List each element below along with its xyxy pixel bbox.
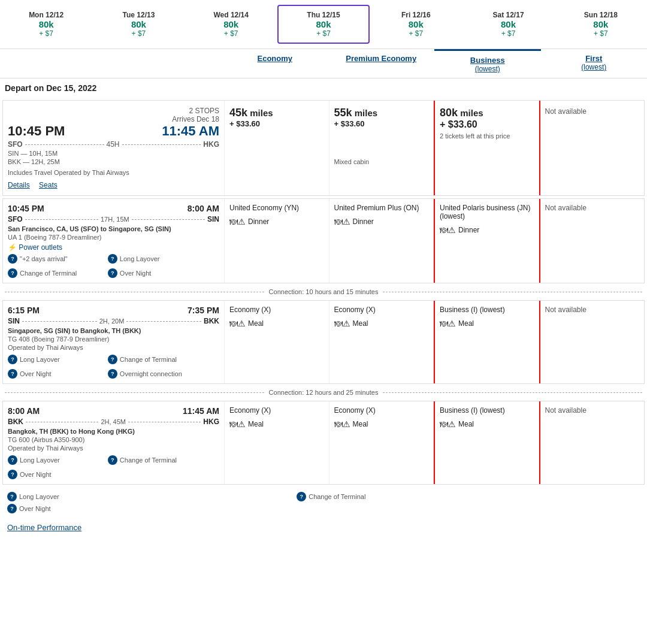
seg3-business-meal: Meal xyxy=(458,420,474,428)
after-badges-row1: ? Long Layover ? Change of Terminal xyxy=(7,492,640,501)
badge-terminal-change: ? Change of Terminal xyxy=(8,268,103,278)
seg2-operated: Operated by Thai Airways xyxy=(8,344,219,351)
seg1-business-fare-label: United Polaris business (JN) (lowest) xyxy=(440,204,534,220)
seg3-route-label: Bangkok, TH (BKK) to Hong Kong (HKG) xyxy=(8,428,219,435)
seg2-business-meal: Meal xyxy=(458,319,474,328)
seg2-duration: 2H, 20M xyxy=(99,318,125,325)
segment-1-row: 10:45 PM 8:00 AM SFO 17H, 15M SIN San Fr… xyxy=(3,199,644,283)
flight-info-header-spacer xyxy=(0,49,222,78)
seg1-business-meal-row: 🍽⚠ Dinner xyxy=(440,225,534,235)
main-layover2: BKK — 12H, 25M xyxy=(8,158,219,165)
first-link[interactable]: First xyxy=(585,54,602,63)
economy-header[interactable]: Economy xyxy=(222,49,328,78)
on-time-row: On-time Performance xyxy=(0,518,647,537)
seg3-badge-1: ? Change of Terminal xyxy=(108,455,203,465)
seg2-badges: ? Long Layover ? Change of Terminal ? Ov… xyxy=(8,355,219,379)
seg1-economy-fare-label: United Economy (YN) xyxy=(229,204,324,212)
seg3-arrive-time: 11:45 AM xyxy=(183,406,219,416)
meal-icon-seg1-eco: 🍽⚠ xyxy=(229,217,246,226)
seg3-operated: Operated by Thai Airways xyxy=(8,445,219,452)
premium-header[interactable]: Premium Economy xyxy=(328,49,435,78)
badge-icon-overnight: ? xyxy=(108,268,117,278)
main-economy-fare[interactable]: 45k miles + $33.60 xyxy=(225,101,329,195)
seg1-premium-meal: Dinner xyxy=(353,217,374,226)
seg3-flight: TG 600 (Airbus A350-900) xyxy=(8,436,219,443)
business-header[interactable]: Business (lowest) xyxy=(434,49,541,78)
segment-1-card: 10:45 PM 8:00 AM SFO 17H, 15M SIN San Fr… xyxy=(2,198,645,283)
first-not-available: Not available xyxy=(545,107,586,116)
first-header[interactable]: First (lowest) xyxy=(541,49,648,78)
seats-link[interactable]: Seats xyxy=(39,181,58,189)
economy-miles-value: 45k xyxy=(229,107,247,119)
main-duration: 45H xyxy=(107,140,120,149)
economy-link[interactable]: Economy xyxy=(257,54,292,63)
date-cell-Tue12/13[interactable]: Tue 12/1380k+ $7 xyxy=(92,5,185,44)
seg2-time-row: 6:15 PM 7:35 PM xyxy=(8,306,219,315)
arrives-info: Arrives Dec 18 xyxy=(8,115,219,123)
seg3-economy-meal-row: 🍽⚠ Meal xyxy=(229,419,324,429)
meal-icon-seg2-prem: 🍽⚠ xyxy=(334,319,350,328)
seg3-premium-meal-row: 🍽⚠ Meal xyxy=(334,419,429,429)
seg2-badge-icon-1: ? xyxy=(108,355,117,364)
main-destination: HKG xyxy=(203,140,219,149)
seg3-economy-meal: Meal xyxy=(248,420,264,428)
seg1-duration: 17H, 15M xyxy=(101,216,129,223)
conn1-dash-left xyxy=(5,292,264,292)
seg2-business-fare-label: Business (I) (lowest) xyxy=(440,306,534,314)
seg1-business-fare: United Polaris business (JN) (lowest) 🍽⚠… xyxy=(434,199,540,283)
after-seg3-badges: ? Long Layover ? Change of Terminal ? Ov… xyxy=(0,487,647,518)
seg3-duration: 2H, 45M xyxy=(101,418,126,425)
business-link[interactable]: Business xyxy=(470,56,505,65)
seg1-depart-time: 10:45 PM xyxy=(8,204,44,213)
main-time-row: 10:45 PM 11:45 AM xyxy=(8,123,219,139)
meal-icon-seg3-biz: 🍽⚠ xyxy=(440,419,456,429)
main-premium-fare[interactable]: 55k miles + $33.60 Mixed cabin xyxy=(329,101,434,195)
seg2-economy-meal: Meal xyxy=(248,319,264,328)
seg2-business-fare: Business (I) (lowest) 🍽⚠ Meal xyxy=(434,301,540,383)
premium-miles-value: 55k xyxy=(334,107,352,119)
main-business-fare[interactable]: 80k miles + $33.60 2 tickets left at thi… xyxy=(434,101,540,195)
conn1-dash-right xyxy=(383,292,642,292)
seg2-origin: SIN xyxy=(8,317,20,325)
stops-info: 2 STOPS xyxy=(8,107,219,115)
date-cell-Wed12/14[interactable]: Wed 12/1480k+ $7 xyxy=(185,5,277,44)
main-arrive-time: 11:45 AM xyxy=(162,123,219,139)
seg3-premium-fare-label: Economy (X) xyxy=(334,406,429,415)
seg1-route-label: San Francisco, CA, US (SFO) to Singapore… xyxy=(8,225,219,232)
meal-icon-seg1-prem: 🍽⚠ xyxy=(334,217,350,226)
seg1-destination: SIN xyxy=(207,215,219,223)
date-cell-Sat12/17[interactable]: Sat 12/1780k+ $7 xyxy=(462,5,554,44)
on-time-link[interactable]: On-time Performance xyxy=(7,523,81,532)
seg2-route-label: Singapore, SG (SIN) to Bangkok, TH (BKK) xyxy=(8,327,219,334)
first-sub: (lowest) xyxy=(543,63,645,71)
main-flight-row: 2 STOPS Arrives Dec 18 10:45 PM 11:45 AM… xyxy=(3,101,644,195)
segment-2-card: 6:15 PM 7:35 PM SIN 2H, 20M BKK Singapor… xyxy=(2,300,645,384)
conn2-dash-right xyxy=(383,392,642,393)
details-link[interactable]: Details xyxy=(8,181,30,189)
seg3-origin: BKK xyxy=(8,418,23,426)
premium-link[interactable]: Premium Economy xyxy=(346,54,416,63)
after-badges-row2: ? Over Night xyxy=(7,504,640,513)
segment-3-card: 8:00 AM 11:45 AM BKK 2H, 45M HKG Bangkok… xyxy=(2,401,645,485)
meal-icon-seg3-eco: 🍽⚠ xyxy=(229,419,246,429)
seg3-route-row: BKK 2H, 45M HKG xyxy=(8,418,219,426)
details-seats-row: Details Seats xyxy=(8,181,219,189)
date-cell-Sun12/18[interactable]: Sun 12/1880k+ $7 xyxy=(555,5,647,44)
main-depart-time: 10:45 PM xyxy=(8,123,65,139)
seg3-destination: HKG xyxy=(203,418,219,426)
seg1-flight: UA 1 (Boeing 787-9 Dreamliner) xyxy=(8,234,219,241)
meal-icon-seg1-biz: 🍽⚠ xyxy=(440,225,456,235)
seg2-arrive-time: 7:35 PM xyxy=(188,306,219,315)
main-layover1: SIN — 10H, 15M xyxy=(8,150,219,157)
seg2-economy-fare-label: Economy (X) xyxy=(229,306,324,314)
date-cell-Thu12/15[interactable]: Thu 12/1580k+ $7 xyxy=(277,5,370,44)
seg1-premium-fare: United Premium Plus (ON) 🍽⚠ Dinner xyxy=(329,199,434,283)
date-cell-Mon12/12[interactable]: Mon 12/1280k+ $7 xyxy=(0,5,92,44)
seg3-business-fare-label: Business (I) (lowest) xyxy=(440,406,534,415)
date-cell-Fri12/16[interactable]: Fri 12/1680k+ $7 xyxy=(370,5,462,44)
seg3-economy-fare-label: Economy (X) xyxy=(229,406,324,415)
seg1-economy-fare: United Economy (YN) 🍽⚠ Dinner xyxy=(225,199,329,283)
seg3-first-label: Not available xyxy=(545,406,586,415)
after-badge-icon-1: ? xyxy=(297,492,306,501)
seg3-depart-time: 8:00 AM xyxy=(8,406,40,416)
